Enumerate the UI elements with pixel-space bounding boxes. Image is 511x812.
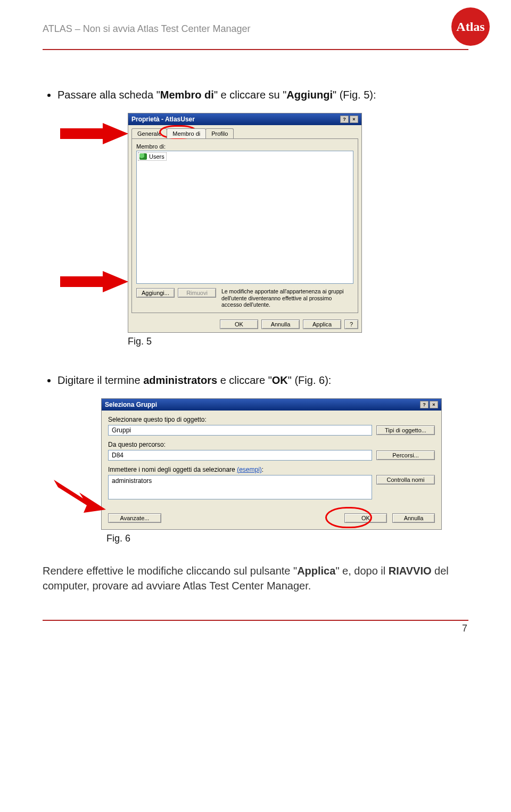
aggiungi-button[interactable]: Aggiungi... xyxy=(136,288,175,298)
help-button[interactable]: ? xyxy=(344,319,358,329)
figure-caption-5: Fig. 5 xyxy=(128,336,468,347)
instruction-step-2: Digitare il termine administrators e cli… xyxy=(57,373,468,388)
avanzate-button[interactable]: Avanzate... xyxy=(108,513,161,523)
membership-note: Le modifiche apportate all'appartenenza … xyxy=(219,288,353,308)
help-icon[interactable]: ? xyxy=(420,401,428,408)
rimuovi-button[interactable]: Rimuovi xyxy=(178,288,216,298)
applica-button[interactable]: Applica xyxy=(303,319,341,329)
red-arrow-icon xyxy=(54,480,107,517)
list-item[interactable]: Users xyxy=(138,152,167,161)
svg-marker-2 xyxy=(54,480,106,513)
figure-caption-6: Fig. 6 xyxy=(106,533,468,544)
final-instruction: Rendere effettive le modifiche cliccando… xyxy=(43,563,468,593)
percorsi-button[interactable]: Percorsi... xyxy=(376,450,435,460)
atlas-logo: Atlas xyxy=(451,7,490,46)
object-names-input[interactable]: administrators xyxy=(108,475,372,499)
annulla-button[interactable]: Annulla xyxy=(261,319,300,329)
window-titlebar: Proprietà - AtlasUser ? × xyxy=(128,113,361,125)
tipi-oggetto-button[interactable]: Tipi di oggetto... xyxy=(376,425,435,435)
tab-profilo[interactable]: Profilo xyxy=(205,128,234,138)
object-type-field: Gruppi xyxy=(108,425,372,436)
header-rule xyxy=(43,49,468,50)
svg-marker-0 xyxy=(60,123,128,144)
membro-di-label: Membro di: xyxy=(136,143,353,150)
help-icon[interactable]: ? xyxy=(340,116,349,123)
footer-rule xyxy=(43,620,468,621)
esempi-link[interactable]: (esempi) xyxy=(237,466,262,473)
red-arrow-icon xyxy=(60,123,129,150)
svg-marker-1 xyxy=(60,271,128,292)
annulla-button[interactable]: Annulla xyxy=(392,513,435,523)
location-label: Da questo percorso: xyxy=(108,441,435,448)
object-type-label: Selezionare questo tipo di oggetto: xyxy=(108,416,435,423)
tab-generale[interactable]: Generale xyxy=(131,128,167,138)
tab-membro-di[interactable]: Membro di xyxy=(167,128,206,138)
page-number: 7 xyxy=(43,623,468,634)
screenshot-fig5: Proprietà - AtlasUser ? × Generale Membr… xyxy=(128,113,362,333)
close-icon[interactable]: × xyxy=(350,116,358,123)
screenshot-fig6: Seleziona Gruppi ? × Selezionare questo … xyxy=(101,398,442,530)
red-arrow-icon xyxy=(60,271,129,298)
instruction-step-1: Passare alla scheda "Membro di" e clicca… xyxy=(57,87,468,102)
controlla-nomi-button[interactable]: Controlla nomi xyxy=(376,475,435,485)
ok-button[interactable]: OK xyxy=(344,513,387,523)
groups-listbox[interactable]: Users xyxy=(136,151,353,284)
ok-button[interactable]: OK xyxy=(220,319,258,329)
object-names-label: Immettere i nomi degli oggetti da selezi… xyxy=(108,466,435,473)
location-field: D84 xyxy=(108,450,372,461)
users-group-icon xyxy=(139,153,147,160)
window-title: Proprietà - AtlasUser xyxy=(131,116,195,123)
window-titlebar: Seleziona Gruppi ? × xyxy=(102,399,441,411)
header-text: ATLAS – Non si avvia Atlas Test Center M… xyxy=(43,21,251,36)
window-title: Seleziona Gruppi xyxy=(105,401,157,408)
close-icon[interactable]: × xyxy=(430,401,438,408)
